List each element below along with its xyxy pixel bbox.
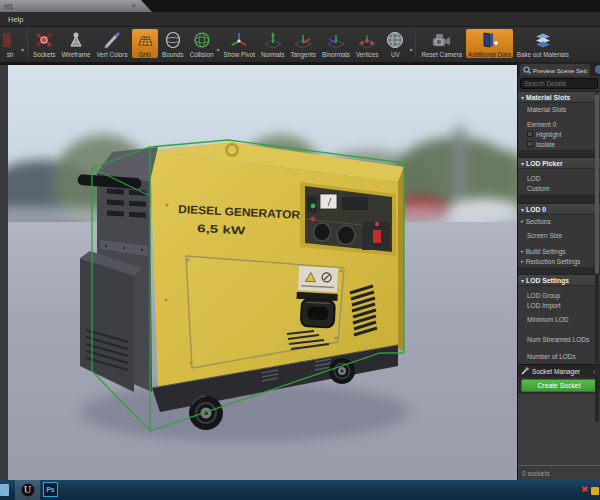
highlight-checkbox[interactable]	[527, 131, 533, 137]
scrollbar-thumb[interactable]	[595, 94, 599, 274]
minimum-lod-row[interactable]: Minimum LOD	[518, 314, 600, 324]
socket-manager-header[interactable]: Socket Manager ×	[518, 364, 600, 377]
wheel-rear	[329, 358, 355, 384]
collapse-arrow-icon: ▾	[521, 277, 524, 284]
toolbar-button-additional-data[interactable]: Additional Data	[466, 29, 513, 58]
static-mesh-canvas: DIESEL GENERATOR 6,5 kW	[8, 65, 517, 480]
normals-icon	[262, 30, 284, 50]
details-panel: Preview Scene Sett ▾ Material Slots Mate…	[517, 62, 600, 480]
toolbar-button-vert-colors[interactable]: Vert Colors	[94, 29, 129, 58]
collapse-arrow-icon: ▾	[521, 94, 524, 101]
create-socket-button[interactable]: Create Socket	[521, 379, 597, 392]
reimport-dropdown-caret[interactable]: ▾	[21, 46, 24, 53]
vert-colors-icon	[101, 30, 123, 50]
sections-row[interactable]: ▸ Sections	[518, 216, 600, 226]
toolbar-button-bounds[interactable]: Bounds	[160, 29, 186, 58]
toolbar-button-reimport[interactable]: sh	[0, 29, 20, 58]
tab-preview-scene-settings[interactable]: Preview Scene Sett	[520, 64, 590, 76]
lod-row[interactable]: LOD	[518, 173, 600, 183]
generator-model[interactable]: DIESEL GENERATOR 6,5 kW	[77, 142, 410, 442]
menu-bar: Help	[0, 12, 600, 27]
panel-gauge	[320, 194, 337, 209]
uv-dropdown-caret[interactable]: ▾	[409, 46, 412, 53]
toolbar-button-tangents[interactable]: Tangents	[288, 29, 318, 58]
toolbar-button-grid[interactable]: Grid	[132, 29, 158, 58]
show-pivot-icon	[228, 30, 250, 50]
expander-icon[interactable]: ▸	[521, 218, 524, 224]
details-scrollbar[interactable]	[595, 92, 599, 422]
section-lod-0[interactable]: ▾ LOD 0	[518, 203, 600, 215]
collision-dropdown-caret[interactable]: ▾	[216, 46, 219, 53]
panel-green-light	[311, 204, 316, 209]
toolbar-button-vertices[interactable]: Vertices	[354, 29, 380, 58]
lod-picker-body: LOD Custom	[518, 169, 600, 194]
highlight-checkbox-row[interactable]: Highlight	[518, 129, 600, 139]
toolbar: sh ▾ Sockets	[0, 27, 600, 62]
menu-help[interactable]: Help	[8, 15, 23, 24]
taskbar-photoshop-icon[interactable]: Ps	[43, 482, 58, 497]
material-slots-body: Material Slots Element 0 Highlight Isola…	[518, 103, 600, 150]
number-of-lods-row[interactable]: Number of LODs	[518, 351, 600, 361]
toolbar-button-binormals[interactable]: Binormals	[320, 29, 352, 58]
section-lod-picker[interactable]: ▾ LOD Picker	[518, 157, 600, 169]
isolate-checkbox[interactable]	[527, 141, 533, 147]
toolbar-button-normals[interactable]: Normals	[259, 29, 286, 58]
grid-icon	[134, 30, 156, 50]
next-tab-icon[interactable]	[595, 65, 600, 74]
binormals-icon	[325, 30, 347, 50]
toolbar-button-sockets[interactable]: Sockets	[31, 29, 57, 58]
warning-sticker	[296, 266, 339, 301]
socket-list-empty-area	[518, 394, 600, 465]
bounds-icon	[162, 30, 184, 50]
socket-manager-icon	[521, 367, 529, 375]
collision-icon	[191, 30, 213, 50]
toolbar-button-reset-camera[interactable]: Reset Camera	[419, 29, 464, 58]
taskbar-app-icon[interactable]	[0, 484, 9, 496]
reimport-icon	[3, 30, 17, 50]
lod-group-row[interactable]: LOD Group	[518, 290, 600, 300]
isolate-checkbox-row[interactable]: Isolate	[518, 139, 600, 149]
vertices-icon	[356, 30, 378, 50]
toolbar-separator	[27, 30, 28, 58]
viewport-left-border	[0, 65, 8, 480]
custom-row[interactable]: Custom	[518, 183, 600, 193]
asset-tab[interactable]: r01 ×	[0, 0, 152, 12]
details-tab-bar: Preview Scene Sett	[518, 62, 600, 76]
element-0-row[interactable]: Element 0	[518, 119, 600, 129]
title-bar: r01 ×	[0, 0, 600, 12]
wireframe-icon	[65, 30, 87, 50]
toolbar-button-uv[interactable]: UV	[382, 29, 408, 58]
screen-size-row[interactable]: Screen Size	[518, 230, 600, 240]
lod-settings-body: LOD Group LOD Import Minimum LOD Num Str…	[518, 286, 600, 364]
expander-icon[interactable]: ▸	[521, 248, 524, 254]
os-taskbar: U Ps ✖	[0, 480, 600, 500]
toolbar-button-collision[interactable]: Collision	[188, 29, 216, 58]
section-lod-settings[interactable]: ▾ LOD Settings	[518, 274, 600, 286]
search-details-input[interactable]	[520, 78, 598, 89]
material-slots-row[interactable]: Material Slots	[518, 104, 600, 114]
uv-icon	[384, 30, 406, 50]
lod-import-row[interactable]: LOD Import	[518, 300, 600, 310]
toolbar-button-wireframe[interactable]: Wireframe	[59, 29, 92, 58]
viewport-3d[interactable]: DIESEL GENERATOR 6,5 kW	[8, 65, 517, 480]
num-streamed-lods-row[interactable]: Num Streamed LODs	[518, 334, 600, 344]
reduction-settings-row[interactable]: ▸ Reduction Settings	[518, 256, 600, 266]
tab-close-icon[interactable]: ×	[131, 1, 136, 11]
expander-icon[interactable]: ▸	[521, 258, 524, 264]
section-material-slots[interactable]: ▾ Material Slots	[518, 91, 600, 103]
toolbar-button-bake-materials[interactable]: Bake out Materials	[515, 29, 571, 58]
taskbar-unreal-icon[interactable]: U	[15, 480, 40, 500]
door-latch	[301, 299, 335, 328]
toolbar-button-show-pivot[interactable]: Show Pivot	[221, 29, 257, 58]
tray-red-icon[interactable]: ✖	[581, 486, 588, 494]
reset-camera-icon	[430, 30, 454, 50]
additional-data-icon	[478, 30, 500, 50]
lod-0-body: ▸ Sections Screen Size ▸ Build Settings …	[518, 215, 600, 267]
tray-yellow-icon[interactable]	[591, 487, 599, 495]
generator-right-face	[398, 167, 404, 352]
toolbar-separator	[415, 30, 416, 58]
wheel-front	[189, 396, 223, 430]
panel-socket-outlet	[314, 223, 331, 241]
app-window: r01 × Help sh ▾ So	[0, 0, 600, 500]
build-settings-row[interactable]: ▸ Build Settings	[518, 246, 600, 256]
